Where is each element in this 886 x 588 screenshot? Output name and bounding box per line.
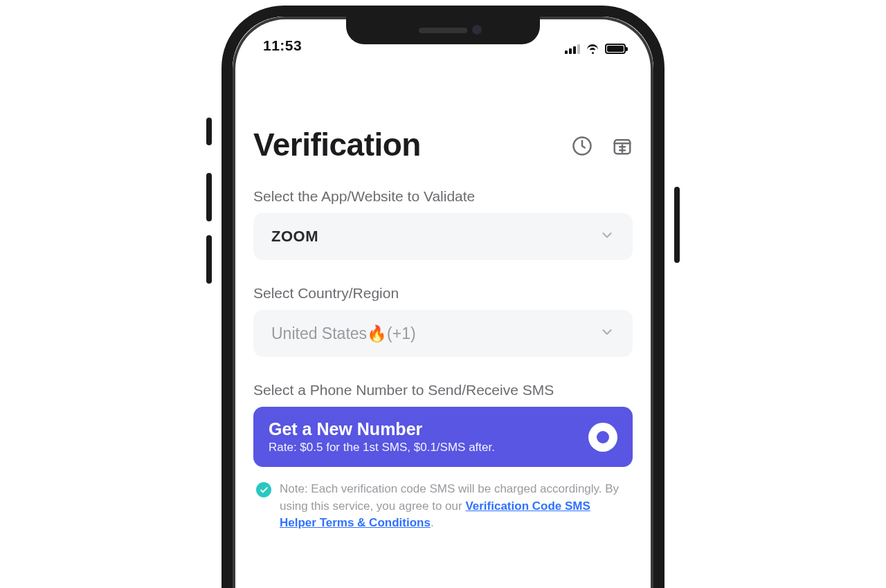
front-camera-icon xyxy=(472,25,482,35)
country-select[interactable]: United States🔥(+1) xyxy=(253,310,633,357)
country-select-value: United States🔥(+1) xyxy=(271,324,416,343)
get-new-number-button[interactable]: Get a New Number Rate: $0.5 for the 1st … xyxy=(253,407,633,467)
app-select-value: ZOOM xyxy=(271,228,318,246)
cellular-signal-icon xyxy=(565,44,580,54)
note-suffix: . xyxy=(431,516,434,529)
speaker-icon xyxy=(419,28,467,33)
power-button xyxy=(674,187,680,263)
radio-selected-icon xyxy=(588,423,617,452)
note-text: Note: Each verification code SMS will be… xyxy=(280,481,630,532)
screen: Verification xyxy=(233,58,653,532)
cta-subtitle: Rate: $0.5 for the 1st SMS, $0.1/SMS aft… xyxy=(269,441,495,454)
phone-frame: 11:53 Verification xyxy=(222,6,664,588)
chevron-down-icon xyxy=(599,228,615,246)
phone-section-label: Select a Phone Number to Send/Receive SM… xyxy=(253,382,633,398)
country-select-label: Select Country/Region xyxy=(253,285,633,302)
volume-up-button xyxy=(206,173,212,221)
page-title: Verification xyxy=(253,126,421,163)
battery-icon xyxy=(605,44,626,54)
volume-down-button xyxy=(206,235,212,284)
history-icon[interactable] xyxy=(572,136,593,159)
volume-mute-switch xyxy=(206,118,212,145)
status-time: 11:53 xyxy=(256,37,302,54)
number-archive-icon[interactable] xyxy=(612,136,633,159)
wifi-icon xyxy=(586,44,599,54)
phone-notch xyxy=(346,17,540,44)
note-row: Note: Each verification code SMS will be… xyxy=(253,481,633,532)
app-select-label: Select the App/Website to Validate xyxy=(253,188,633,205)
cta-title: Get a New Number xyxy=(269,419,495,439)
check-icon xyxy=(256,482,271,497)
chevron-down-icon xyxy=(599,324,615,342)
app-select[interactable]: ZOOM xyxy=(253,213,633,260)
